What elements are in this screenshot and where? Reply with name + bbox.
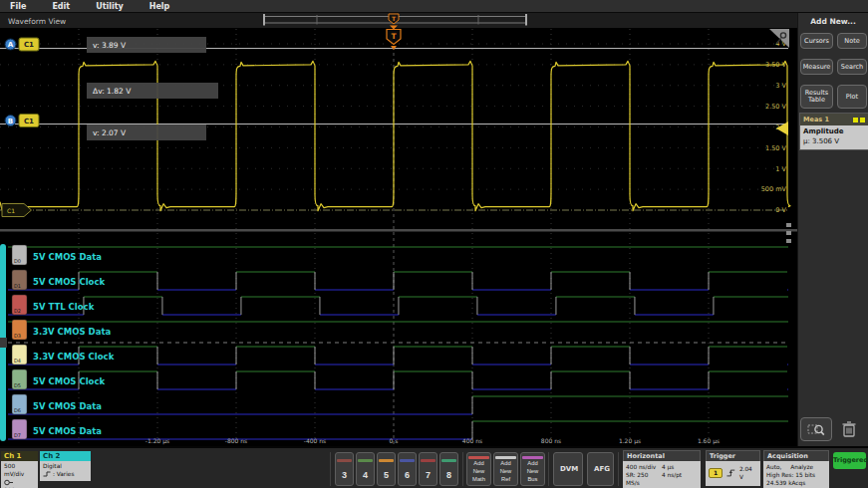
svg-text:A: A — [8, 41, 14, 49]
digital-group-grip[interactable] — [0, 338, 7, 348]
digital-row-D1[interactable]: D15V CMOS Clock — [8, 270, 788, 290]
cursor-b-readout: v: 2.07 V — [87, 124, 206, 140]
channel-number: 3 — [336, 470, 353, 480]
divider — [330, 452, 331, 486]
oscilloscope-screen: FileEditUtilityHelp Waveform View T 4 V3… — [0, 0, 868, 488]
digital-row-D3[interactable]: D33.3V CMOS Data — [8, 320, 788, 340]
ch1-name: Ch 1 — [1, 451, 38, 461]
dvm-button[interactable]: DVM — [553, 452, 583, 486]
sidebar-button-results-table[interactable]: Results Table — [800, 85, 833, 109]
menu-file[interactable]: File — [10, 2, 26, 11]
sidebar-button-cursors[interactable]: Cursors — [800, 33, 833, 49]
ch1-badge[interactable]: Ch 1 500 mV/div 100 MHz — [1, 451, 38, 488]
time-tick-label: 400 ns — [462, 437, 482, 444]
channel-6-button[interactable]: 6 — [398, 452, 417, 486]
channel-7-button[interactable]: 7 — [419, 452, 437, 486]
digital-row-D2[interactable]: D25V TTL Clock — [8, 295, 788, 315]
D5-signal-label: 5V CMOS Clock — [33, 376, 105, 386]
trigger-panel[interactable]: Trigger 1 2.04 V — [706, 450, 760, 486]
menu-help[interactable]: Help — [149, 2, 170, 11]
trigger-title: Trigger — [706, 450, 760, 461]
add-new-math-button[interactable]: AddNewMath — [466, 452, 491, 486]
menu-edit[interactable]: Edit — [52, 2, 70, 11]
svg-text:v: 2.07 V: v: 2.07 V — [93, 128, 127, 137]
waveform-view-area: Waveform View T 4 V3.50 V3 V2.50 V2 V1.5… — [0, 13, 797, 446]
acquisition-count: 24.539 kAcqs — [766, 479, 826, 487]
voltage-tick-label: 0 V — [775, 206, 786, 214]
channel-3-button[interactable]: 3 — [335, 452, 354, 486]
ch1-scale: 500 mV/div — [4, 462, 36, 478]
digital-row-D7[interactable]: D75V CMOS Data — [8, 419, 788, 439]
channel-4-button[interactable]: 4 — [356, 452, 375, 486]
afg-button[interactable]: AFG — [587, 452, 614, 486]
channel-color-stripe — [379, 459, 394, 462]
probe-icon — [4, 479, 14, 486]
meas1-source-chip-icon — [860, 118, 865, 122]
D4-signal-label: 3.3V CMOS Clock — [33, 352, 115, 362]
horizontal-title: Horizontal — [623, 450, 701, 461]
ch2-mode: Digital — [43, 462, 89, 470]
svg-text:Δv: 1.82 V: Δv: 1.82 V — [93, 87, 132, 96]
meas1-type: Amplitude — [803, 127, 865, 135]
acquisition-title: Acquisition — [763, 450, 829, 461]
zoom-mode-button[interactable] — [800, 417, 832, 441]
meas1-name: Meas 1 — [803, 116, 851, 123]
sample-resolution: 4 ns/pt — [662, 471, 698, 487]
analog-digital-splitter[interactable] — [0, 229, 797, 232]
D2-badge-label: D2 — [14, 308, 21, 314]
time-tick-label: -1.20 μs — [145, 437, 169, 445]
channel-8-button[interactable]: 8 — [439, 452, 458, 486]
D0-signal-label: 5V CMOS Data — [33, 252, 102, 262]
D3-signal-label: 3.3V CMOS Data — [33, 327, 111, 337]
divider — [462, 452, 463, 486]
magnifier-icon — [807, 422, 825, 436]
digital-row-D5[interactable]: D55V CMOS Clock — [8, 369, 788, 389]
channel-color-stripe — [441, 459, 456, 462]
digital-row-D6[interactable]: D65V CMOS Data — [8, 394, 788, 414]
horizontal-panel[interactable]: Horizontal 400 ns/div 4 μs SR: 250 MS/s … — [623, 450, 701, 488]
ch2-name: Ch 2 — [40, 451, 91, 461]
trash-icon[interactable] — [841, 420, 857, 438]
cursor-a-readout: v: 3.89 V — [87, 37, 206, 53]
digital-row-D4[interactable]: D43.3V CMOS Clock — [8, 345, 788, 365]
menu-utility[interactable]: Utility — [96, 2, 124, 11]
channel-number: 6 — [399, 470, 416, 480]
sidebar-button-plot[interactable]: Plot — [837, 85, 867, 109]
time-tick-label: 800 ns — [541, 437, 561, 444]
ch2-badge[interactable]: Ch 2 Digital : Varies — [40, 451, 91, 481]
D1-badge-label: D1 — [14, 283, 21, 289]
meas1-badge[interactable]: Meas 1 Amplitude μ: 3.506 V — [799, 113, 868, 150]
D1-signal-label: 5V CMOS Clock — [33, 277, 105, 287]
add-new-bus-button[interactable]: AddNewBus — [520, 452, 545, 486]
D6-signal-label: 5V CMOS Data — [33, 401, 102, 411]
sidebar-button-note[interactable]: Note — [837, 33, 867, 49]
trigger-flag[interactable]: T — [387, 30, 401, 51]
cursor-delta-readout: Δv: 1.82 V — [87, 83, 218, 99]
voltage-tick-label: 500 mV — [761, 185, 787, 193]
channel-number: 5 — [378, 470, 395, 480]
voltage-tick-label: 3 V — [775, 82, 786, 90]
trigger-flag-pointer-icon — [391, 46, 397, 50]
time-tick-label: -800 ns — [225, 437, 247, 444]
cursor-b-handle[interactable]: B C1 — [5, 115, 39, 127]
D6-badge-label: D6 — [14, 407, 21, 413]
ch1-position-tag[interactable]: C1 — [2, 204, 32, 217]
D7-badge-label: D7 — [14, 432, 21, 438]
trigger-status-badge: Triggered — [833, 452, 866, 469]
sample-rate: SR: 250 MS/s — [626, 471, 662, 487]
add-new-ref-button[interactable]: AddNewRef — [493, 452, 518, 486]
acquisition-panel[interactable]: Acquisition Auto, Analyze High Res: 15 b… — [763, 450, 829, 488]
svg-text:B: B — [8, 118, 13, 125]
splitter-handle[interactable] — [786, 223, 791, 243]
digital-row-D0[interactable]: D05V CMOS Data — [8, 245, 788, 265]
meas1-mean-value: μ: 3.506 V — [803, 137, 865, 145]
sidebar-button-measure[interactable]: Measure — [800, 59, 833, 75]
divider — [618, 452, 619, 486]
acquisition-analyze: Analyze — [790, 463, 813, 471]
time-tick-label: 0 s — [390, 437, 399, 444]
cursor-a-handle[interactable]: A C1 — [5, 38, 39, 51]
sidebar-button-search[interactable]: Search — [837, 59, 867, 75]
channel-color-stripe — [337, 459, 352, 462]
channel-5-button[interactable]: 5 — [377, 452, 396, 486]
menu-bar: FileEditUtilityHelp — [0, 0, 868, 13]
